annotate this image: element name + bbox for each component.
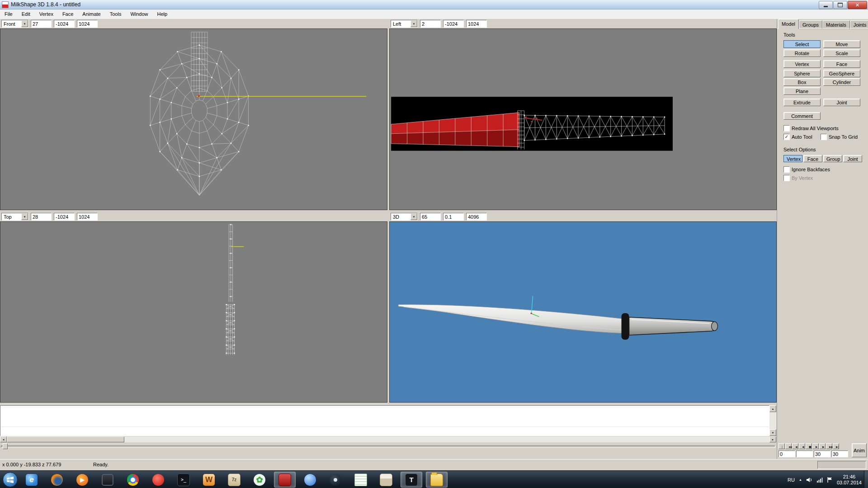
close-button[interactable]: ✕ bbox=[848, 1, 867, 9]
checkbox-icon[interactable] bbox=[783, 166, 790, 173]
viewport-top-max-field[interactable] bbox=[77, 213, 98, 221]
anim-field-2[interactable] bbox=[796, 450, 813, 457]
face-tool-button[interactable]: Face bbox=[823, 60, 860, 68]
taskbar-internet-explorer[interactable]: e bbox=[21, 472, 42, 488]
viewport-left-max-field[interactable] bbox=[466, 20, 487, 28]
hidden-icons-caret[interactable]: ▲ bbox=[799, 478, 802, 481]
scroll-down-button[interactable] bbox=[769, 429, 776, 436]
taskbar-t-app[interactable]: T bbox=[401, 472, 422, 488]
viewport-top[interactable] bbox=[0, 221, 387, 403]
timeline-handle[interactable] bbox=[3, 443, 8, 449]
menu-window[interactable]: Window bbox=[126, 9, 152, 19]
viewport-3d-near-field[interactable] bbox=[443, 213, 464, 221]
select-mode-face-button[interactable]: Face bbox=[803, 155, 822, 162]
taskbar-media-player[interactable]: ▶ bbox=[71, 472, 93, 488]
scroll-up-button[interactable] bbox=[769, 405, 776, 412]
keyframe-vertical-scrollbar[interactable] bbox=[769, 405, 776, 436]
chevron-down-icon[interactable] bbox=[410, 213, 417, 220]
anim-prev-key-button[interactable]: ◀◀ bbox=[785, 443, 792, 449]
speaker-icon[interactable] bbox=[806, 477, 812, 483]
taskbar-chrome[interactable] bbox=[122, 472, 144, 488]
anim-prev-frame-button[interactable]: ◀ bbox=[792, 443, 798, 449]
chevron-down-icon[interactable] bbox=[21, 20, 28, 27]
anim-play-button[interactable]: ▶ bbox=[812, 443, 819, 449]
taskbar-red-app[interactable] bbox=[274, 472, 296, 488]
scrollbar-thumb[interactable] bbox=[7, 436, 124, 442]
menu-edit[interactable]: Edit bbox=[17, 9, 35, 19]
tab-model[interactable]: Model bbox=[778, 19, 799, 29]
viewport-left[interactable] bbox=[389, 28, 777, 210]
select-mode-group-button[interactable]: Group bbox=[823, 155, 842, 162]
viewport-mode-dropdown-left[interactable]: Left bbox=[391, 20, 418, 28]
taskbar-box-app[interactable] bbox=[375, 472, 397, 488]
joint-tool-button[interactable]: Joint bbox=[823, 99, 860, 106]
taskbar-explorer[interactable] bbox=[426, 472, 448, 488]
horizontal-scrollbar[interactable] bbox=[0, 436, 776, 442]
viewport-front-min-field[interactable] bbox=[54, 20, 75, 28]
language-indicator[interactable]: RU bbox=[788, 477, 795, 483]
viewport-top-zoom-field[interactable] bbox=[31, 213, 52, 221]
minimize-button[interactable] bbox=[819, 1, 833, 9]
timeline-track[interactable] bbox=[1, 446, 775, 448]
menu-file[interactable]: File bbox=[0, 9, 17, 19]
viewport-left-zoom-field[interactable] bbox=[420, 20, 441, 28]
anim-first-frame-button[interactable]: |◀ bbox=[778, 443, 785, 449]
ignore-backfaces-checkbox[interactable]: Ignore Backfaces bbox=[783, 166, 830, 173]
viewport-3d-far-field[interactable] bbox=[466, 213, 487, 221]
action-center-flag-icon[interactable] bbox=[827, 477, 833, 483]
viewport-mode-dropdown-top[interactable]: Top bbox=[1, 213, 28, 221]
move-tool-button[interactable]: Move bbox=[823, 40, 860, 48]
start-button[interactable] bbox=[3, 472, 18, 487]
taskbar-blue-app[interactable] bbox=[299, 472, 321, 488]
viewport-3d-fov-field[interactable] bbox=[420, 213, 441, 221]
chevron-down-icon[interactable] bbox=[21, 213, 28, 220]
sphere-tool-button[interactable]: Sphere bbox=[783, 70, 821, 77]
plane-tool-button[interactable]: Plane bbox=[783, 87, 821, 95]
anim-toggle-button[interactable]: Anim bbox=[852, 443, 867, 457]
viewport-front-max-field[interactable] bbox=[77, 20, 98, 28]
anim-next-frame-button[interactable]: ▶ bbox=[819, 443, 826, 449]
anim-end-frame-field[interactable] bbox=[831, 450, 848, 457]
select-mode-joint-button[interactable]: Joint bbox=[843, 155, 862, 162]
viewport-mode-dropdown-3d[interactable]: 3D bbox=[391, 213, 418, 221]
clock[interactable]: 21:46 03.07.2014 bbox=[837, 474, 862, 486]
taskbar-firefox[interactable] bbox=[46, 472, 68, 488]
snap-to-grid-checkbox[interactable]: Snap To Grid bbox=[821, 134, 858, 140]
menu-face[interactable]: Face bbox=[58, 9, 78, 19]
taskbar-terminal[interactable]: >_ bbox=[173, 472, 194, 488]
taskbar-notes[interactable] bbox=[350, 472, 372, 488]
menu-animate[interactable]: Animate bbox=[78, 9, 105, 19]
select-mode-vertex-button[interactable]: Vertex bbox=[783, 155, 802, 162]
checkbox-icon[interactable] bbox=[783, 125, 790, 131]
chevron-down-icon[interactable] bbox=[410, 20, 417, 27]
timeline-slider[interactable] bbox=[0, 443, 776, 450]
viewport-left-min-field[interactable] bbox=[443, 20, 464, 28]
anim-next-key-button[interactable]: ▶▶ bbox=[826, 443, 832, 449]
cylinder-tool-button[interactable]: Cylinder bbox=[823, 78, 860, 86]
taskbar-icq[interactable]: ✿ bbox=[249, 472, 270, 488]
menu-help[interactable]: Help bbox=[153, 9, 172, 19]
scale-tool-button[interactable]: Scale bbox=[823, 49, 860, 57]
menu-vertex[interactable]: Vertex bbox=[35, 9, 58, 19]
anim-current-frame-field[interactable] bbox=[778, 450, 795, 457]
auto-tool-checkbox[interactable]: Auto Tool bbox=[783, 134, 812, 140]
taskbar-display-settings[interactable] bbox=[97, 472, 118, 488]
taskbar-opera[interactable] bbox=[147, 472, 169, 488]
menu-tools[interactable]: Tools bbox=[105, 9, 126, 19]
checkbox-icon[interactable] bbox=[821, 134, 827, 140]
keyframe-panel[interactable] bbox=[0, 405, 769, 436]
anim-total-frames-field[interactable] bbox=[814, 450, 830, 457]
box-tool-button[interactable]: Box bbox=[783, 78, 821, 86]
network-icon[interactable] bbox=[816, 477, 823, 483]
anim-play-reverse-button[interactable]: ◀ bbox=[799, 443, 805, 449]
rotate-tool-button[interactable]: Rotate bbox=[783, 49, 821, 57]
comment-button[interactable]: Comment bbox=[783, 112, 821, 120]
viewport-front-zoom-field[interactable] bbox=[31, 20, 52, 28]
extrude-tool-button[interactable]: Extrude bbox=[783, 99, 821, 106]
geosphere-tool-button[interactable]: GeoSphere bbox=[823, 70, 860, 77]
checkbox-checked-icon[interactable] bbox=[783, 134, 790, 140]
maximize-button[interactable] bbox=[833, 1, 847, 9]
viewport-front[interactable] bbox=[0, 28, 387, 210]
show-desktop-button[interactable] bbox=[864, 471, 868, 488]
anim-last-frame-button[interactable]: ▶| bbox=[833, 443, 839, 449]
